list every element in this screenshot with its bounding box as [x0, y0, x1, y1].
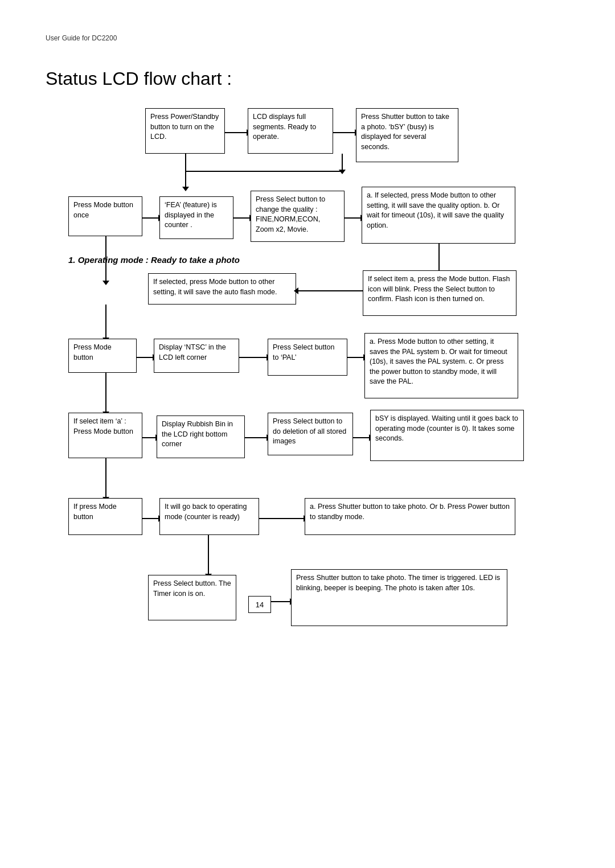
box-timer-select: Press Select button. The Timer icon is o…: [148, 575, 236, 620]
arrow-b10-b11: [137, 357, 154, 358]
arrow-top-down: [342, 154, 343, 171]
arrow-b7-down: [438, 244, 440, 272]
page-header: User Guide for DC2200: [46, 34, 117, 42]
page-number: 14: [248, 596, 271, 613]
arrow-b4-b5: [142, 217, 159, 219]
box-operating-mode: It will go back to operating mode (count…: [159, 498, 259, 535]
box-timer-triggered: Press Shutter button to take photo. The …: [291, 569, 507, 626]
arrow-b5-b6: [233, 217, 251, 219]
box-lcd-ready: LCD displays full segments. Ready to ope…: [248, 108, 333, 154]
box-select-mode: If select item ‘a’ : Press Mode button: [68, 413, 142, 458]
box-power-standby: Press Power/Standby button to turn on th…: [145, 108, 225, 154]
arrow-b14-down: [105, 458, 106, 498]
arrow-top-horiz: [185, 171, 342, 172]
box-shutter-or-power: a. Press Shutter button to take photo. O…: [305, 498, 515, 535]
box-pal: Press Select button to ‘PAL’: [268, 339, 347, 376]
arrow-b12-b13: [347, 357, 364, 358]
box-mode-once: Press Mode button once: [68, 196, 142, 236]
page-title: Status LCD flow chart :: [46, 68, 232, 89]
box-shutter-busy: Press Shutter button to take a photo. ‘b…: [356, 108, 458, 162]
arrow-b6-b7: [345, 217, 362, 219]
box-mode-button: Press Mode button: [68, 339, 137, 373]
box-rubbish-bin: Display Rubbish Bin in the LCD right bot…: [157, 416, 245, 458]
arrow-b18-b19: [142, 518, 159, 519]
arrow-b11-b12: [239, 357, 268, 358]
box-quality: Press Select button to change the qualit…: [251, 191, 345, 242]
section-label: 1. Operating mode : Ready to take a phot…: [68, 255, 240, 265]
box-bsy: bSY is displayed. Waiting until it goes …: [370, 410, 524, 461]
arrow-b21-b22: [271, 601, 291, 602]
arrow-b8-down: [105, 305, 106, 339]
box-pal-options: a. Press Mode button to other setting, i…: [364, 333, 518, 398]
arrow-b1-b2: [225, 132, 248, 133]
box-if-press-mode: If press Mode button: [68, 498, 142, 535]
arrow-b19-down: [208, 535, 209, 575]
arrow-b9-b8: [297, 290, 363, 291]
box-ntsc: Display ‘NTSC’ in the LCD left corner: [154, 339, 239, 373]
box-delete-all: Press Select button to do deletion of al…: [268, 413, 353, 455]
arrow-b10-down: [105, 373, 106, 413]
arrow-b15-b16: [245, 437, 268, 438]
box-auto-flash: If selected, press Mode button to other …: [148, 273, 296, 305]
arrow-b16-b17: [353, 437, 370, 438]
arrow-b14-b15: [142, 437, 157, 438]
box-flash-blink: If select item a, press the Mode button.…: [363, 270, 516, 316]
arrow-b2-b3: [333, 132, 356, 133]
box-quality-save: a. If selected, press Mode button to oth…: [362, 187, 515, 244]
arrow-b4-down: [105, 236, 106, 282]
arrow-b19-b20: [259, 518, 305, 519]
box-fea: ‘FEA’ (feature) is displayed in the coun…: [159, 196, 233, 239]
